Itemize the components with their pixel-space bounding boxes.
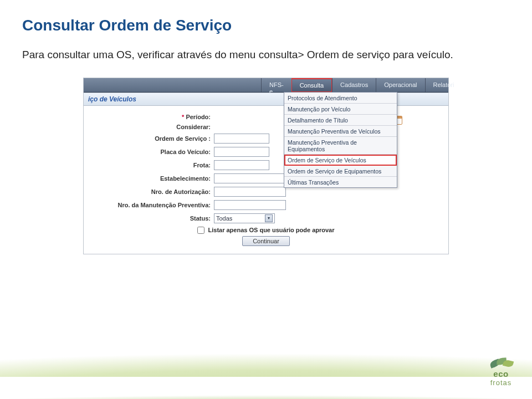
dropdown-item[interactable]: Protocolos de Atendimento xyxy=(284,93,397,104)
nav-tab-consulta[interactable]: Consulta xyxy=(291,78,332,92)
estab-label: Estabelecimento: xyxy=(89,175,214,182)
top-navbar: NFS-e Consulta Cadastros Operacional Rel… xyxy=(84,78,448,93)
dropdown-item[interactable]: Últimas Transações xyxy=(284,177,397,187)
considerar-label: Considerar: xyxy=(89,124,214,130)
manutencao-label: Nro. da Manutenção Preventiva: xyxy=(89,202,214,208)
frota-input[interactable] xyxy=(214,160,269,170)
dropdown-item[interactable]: Manutenção Preventiva de Veículos xyxy=(284,126,397,137)
nav-tab-operacional[interactable]: Operacional xyxy=(376,78,424,92)
listar-os-checkbox[interactable] xyxy=(197,227,204,234)
decorative-wave xyxy=(0,310,532,377)
dropdown-item-ordem-veiculos[interactable]: Ordem de Serviço de Veículos xyxy=(284,155,397,166)
placa-label: Placa do Veículo: xyxy=(89,149,214,155)
consulta-dropdown: Protocolos de Atendimento Manutenção por… xyxy=(284,92,397,188)
logo-text-eco: eco xyxy=(489,369,513,378)
placa-input[interactable] xyxy=(214,147,269,157)
status-value: Todas xyxy=(216,215,232,222)
status-label: Status: xyxy=(89,215,214,222)
nav-tab-relatori[interactable]: Relatóri xyxy=(425,78,462,92)
continuar-button[interactable]: Continuar xyxy=(242,236,290,246)
eco-frotas-logo: eco frotas xyxy=(489,357,513,387)
dropdown-item[interactable]: Manutenção Preventiva de Equipamentos xyxy=(284,137,397,155)
dropdown-item[interactable]: Detalhamento de Título xyxy=(284,115,397,126)
nav-tab-nfse[interactable]: NFS-e xyxy=(261,78,291,92)
leaf-icon xyxy=(489,357,513,368)
page-title: Consultar Ordem de Serviço xyxy=(22,17,510,34)
chevron-down-icon: ▾ xyxy=(265,214,273,222)
frota-label: Frota: xyxy=(89,162,214,168)
app-screenshot: NFS-e Consulta Cadastros Operacional Rel… xyxy=(83,78,449,254)
ordem-label: Ordem de Serviço : xyxy=(89,135,214,142)
autorizacao-label: Nro. de Autorização: xyxy=(89,188,214,195)
periodo-label: *Período: xyxy=(89,114,214,120)
ordem-input[interactable] xyxy=(214,134,269,144)
listar-os-label: Listar apenas OS que usuário pode aprova… xyxy=(208,227,334,233)
page-description: Para consultar uma OS, verificar através… xyxy=(22,48,510,62)
status-select[interactable]: Todas ▾ xyxy=(214,213,275,223)
nav-tab-cadastros[interactable]: Cadastros xyxy=(332,78,376,92)
dropdown-item[interactable]: Ordem de Serviço de Equipamentos xyxy=(284,166,397,177)
logo-text-frotas: frotas xyxy=(489,378,513,387)
autorizacao-input[interactable] xyxy=(214,187,286,197)
decorative-wave xyxy=(0,360,532,399)
dropdown-item[interactable]: Manutenção por Veículo xyxy=(284,104,397,115)
manutencao-input[interactable] xyxy=(214,200,286,210)
